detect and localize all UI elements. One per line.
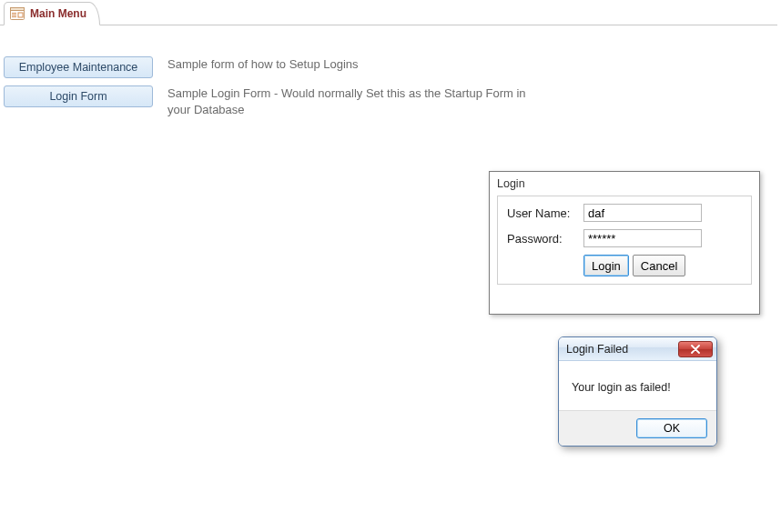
tab-main-menu[interactable]: Main Menu <box>4 2 100 25</box>
login-actions: Login Cancel <box>583 255 742 276</box>
ok-button[interactable]: OK <box>636 418 707 438</box>
username-label: User Name: <box>507 206 583 220</box>
tab-title: Main Menu <box>30 7 86 20</box>
login-dialog-title: Login <box>497 177 752 190</box>
form-icon <box>10 7 25 20</box>
login-fieldset: User Name: Password: Login Cancel <box>497 196 752 285</box>
username-row: User Name: <box>507 204 742 222</box>
msgbox-titlebar: Login Failed <box>559 337 716 361</box>
login-form-button[interactable]: Login Form <box>4 85 153 107</box>
cancel-button[interactable]: Cancel <box>633 255 685 276</box>
msgbox-body: Your login as failed! <box>559 361 716 410</box>
login-button[interactable]: Login <box>583 255 629 276</box>
menu-row: Login Form Sample Login Form - Would nor… <box>4 85 781 117</box>
msgbox-title-text: Login Failed <box>566 343 628 356</box>
svg-rect-5 <box>18 13 23 17</box>
login-dialog: Login User Name: Password: Login Cancel <box>489 171 760 315</box>
tab-underline <box>0 25 777 25</box>
login-failed-msgbox: Login Failed Your login as failed! OK <box>558 336 717 447</box>
svg-rect-1 <box>11 8 25 11</box>
password-row: Password: <box>507 229 742 247</box>
password-label: Password: <box>507 232 583 246</box>
menu-desc: Sample form of how to Setup Logins <box>167 56 359 73</box>
password-input[interactable] <box>583 229 702 247</box>
main-menu-area: Employee Maintenance Sample form of how … <box>0 27 781 117</box>
close-icon[interactable] <box>678 341 713 357</box>
msgbox-footer: OK <box>559 410 716 446</box>
employee-maintenance-button[interactable]: Employee Maintenance <box>4 56 153 78</box>
username-input[interactable] <box>583 204 702 222</box>
tab-strip: Main Menu <box>0 2 781 27</box>
menu-row: Employee Maintenance Sample form of how … <box>4 56 781 78</box>
menu-desc: Sample Login Form - Would normally Set t… <box>167 85 550 117</box>
